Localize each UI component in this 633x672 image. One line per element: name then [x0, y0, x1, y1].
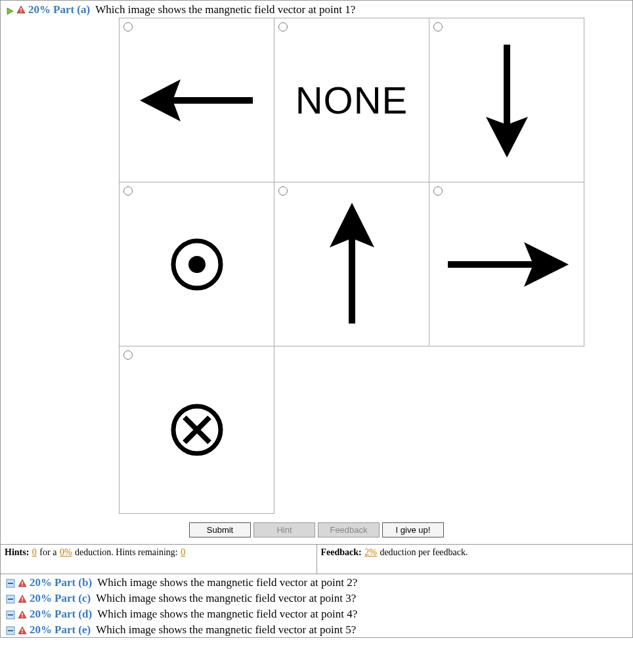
options-area: NONE — [1, 18, 632, 520]
svg-rect-3 — [20, 11, 21, 12]
problem-container: 20% Part (a) Which image shows the mangn… — [0, 0, 633, 638]
collapse-icon[interactable] — [6, 625, 15, 635]
part-label: Part (b) — [55, 576, 92, 589]
hints-remaining: 0 — [180, 547, 186, 557]
question-text: Which image shows the mangnetic field ve… — [95, 3, 355, 16]
option-cross-in[interactable] — [119, 346, 274, 514]
warning-icon — [18, 625, 27, 635]
svg-rect-31 — [22, 616, 22, 618]
svg-rect-28 — [8, 614, 13, 616]
question-text: Which image shows the mangnetic field ve… — [96, 623, 356, 637]
none-label: NONE — [295, 78, 408, 122]
option-radio[interactable] — [278, 186, 288, 196]
svg-rect-23 — [8, 598, 13, 600]
right-arrow-icon — [429, 182, 584, 346]
svg-rect-26 — [22, 600, 22, 602]
option-right-arrow[interactable] — [429, 182, 584, 346]
options-grid: NONE — [119, 18, 586, 513]
svg-rect-25 — [22, 597, 22, 600]
part-percent: 20% — [30, 592, 52, 605]
option-dot-out[interactable] — [119, 182, 274, 346]
hints-info: Hints: 0 for a 0% deduction. Hints remai… — [1, 545, 316, 574]
option-left-arrow[interactable] — [119, 18, 274, 182]
option-radio[interactable] — [123, 186, 133, 196]
part-label: Part (c) — [55, 592, 91, 605]
part-percent: 20% — [28, 3, 51, 16]
part-row[interactable]: 20% Part (c) Which image shows the mangn… — [1, 590, 632, 606]
svg-rect-21 — [22, 585, 22, 586]
hints-used: 0 — [32, 547, 37, 557]
option-radio[interactable] — [433, 22, 443, 32]
giveup-button[interactable]: I give up! — [382, 522, 444, 537]
option-radio[interactable] — [433, 186, 443, 196]
collapse-icon[interactable] — [6, 594, 15, 603]
svg-rect-30 — [22, 613, 22, 616]
svg-rect-36 — [22, 632, 22, 633]
feedback-button[interactable]: Feedback — [318, 522, 380, 537]
hints-mid2: deduction. Hints remaining: — [75, 547, 180, 557]
part-percent: 20% — [30, 623, 52, 637]
option-down-arrow[interactable] — [429, 18, 584, 182]
up-arrow-icon — [274, 182, 429, 346]
svg-rect-35 — [22, 629, 22, 631]
svg-rect-18 — [8, 583, 13, 584]
option-radio[interactable] — [278, 22, 288, 32]
info-row: Hints: 0 for a 0% deduction. Hints remai… — [1, 544, 632, 574]
part-label: Part (a) — [53, 3, 90, 16]
feedback-deduction: 2% — [364, 547, 378, 557]
actions-row: Submit Hint Feedback I give up! — [1, 520, 632, 544]
collapse-icon[interactable] — [6, 610, 15, 619]
question-text: Which image shows the mangnetic field ve… — [96, 592, 356, 605]
question-text: Which image shows the mangnetic field ve… — [97, 608, 357, 621]
svg-marker-0 — [7, 8, 13, 14]
svg-rect-33 — [8, 630, 13, 631]
expand-icon[interactable] — [6, 6, 14, 14]
option-radio[interactable] — [123, 22, 133, 32]
part-a-header: 20% Part (a) Which image shows the mangn… — [1, 1, 632, 18]
hints-mid1: for a — [39, 547, 59, 557]
out-of-page-icon — [120, 182, 274, 346]
svg-rect-2 — [20, 8, 21, 10]
feedback-info: Feedback: 2% deduction per feedback. — [316, 545, 633, 574]
svg-point-9 — [188, 256, 206, 273]
part-percent: 20% — [30, 608, 52, 621]
part-percent: 20% — [30, 576, 52, 589]
collapse-icon[interactable] — [6, 578, 15, 587]
feedback-suffix: deduction per feedback. — [380, 547, 468, 557]
down-arrow-icon — [429, 18, 584, 182]
feedback-label: Feedback: — [321, 547, 362, 557]
question-text: Which image shows the mangnetic field ve… — [97, 576, 357, 589]
warning-icon — [16, 5, 26, 14]
hints-deduction: 0% — [59, 547, 73, 557]
svg-rect-20 — [22, 581, 22, 584]
other-parts: 20% Part (b) Which image shows the mangn… — [1, 574, 632, 637]
part-row[interactable]: 20% Part (d) Which image shows the mangn… — [1, 606, 632, 621]
option-none[interactable]: NONE — [274, 18, 429, 182]
warning-icon — [18, 578, 27, 587]
warning-icon — [18, 610, 27, 619]
part-label: Part (d) — [55, 608, 92, 621]
warning-icon — [18, 594, 27, 603]
hints-label: Hints: — [5, 547, 29, 557]
option-radio[interactable] — [123, 350, 133, 360]
left-arrow-icon — [120, 18, 274, 182]
option-up-arrow[interactable] — [274, 182, 429, 346]
into-page-icon — [120, 346, 274, 513]
part-row[interactable]: 20% Part (b) Which image shows the mangn… — [1, 574, 632, 590]
submit-button[interactable]: Submit — [189, 522, 251, 537]
part-label: Part (e) — [55, 623, 91, 637]
hint-button[interactable]: Hint — [253, 522, 315, 537]
part-row[interactable]: 20% Part (e) Which image shows the mangn… — [1, 621, 632, 637]
